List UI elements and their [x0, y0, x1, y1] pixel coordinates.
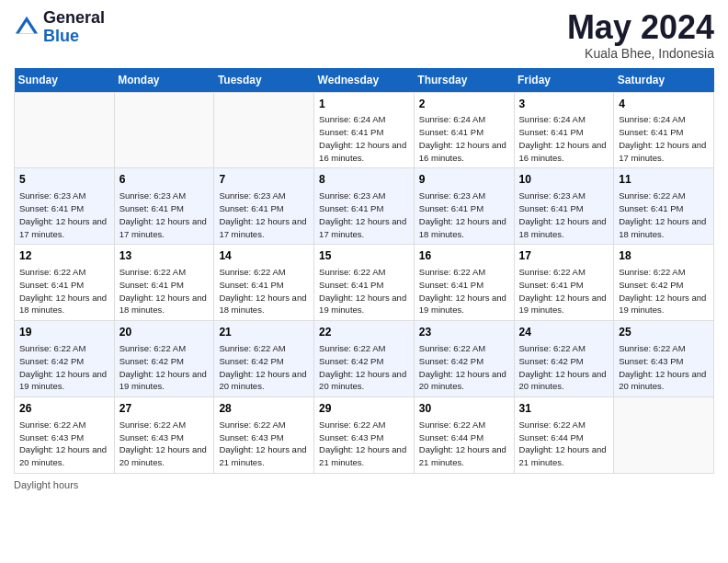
day-number: 1	[319, 97, 409, 112]
day-number: 25	[619, 325, 709, 340]
calendar-cell: 27Sunrise: 6:22 AM Sunset: 6:43 PM Dayli…	[114, 397, 214, 474]
day-info: Sunrise: 6:22 AM Sunset: 6:43 PM Dayligh…	[119, 419, 210, 469]
day-number: 24	[519, 325, 609, 340]
day-info: Sunrise: 6:22 AM Sunset: 6:42 PM Dayligh…	[219, 342, 309, 393]
calendar-cell: 28Sunrise: 6:22 AM Sunset: 6:43 PM Dayli…	[214, 397, 314, 474]
day-info: Sunrise: 6:23 AM Sunset: 6:41 PM Dayligh…	[319, 190, 409, 240]
month-title: May 2024	[567, 9, 714, 46]
day-info: Sunrise: 6:23 AM Sunset: 6:41 PM Dayligh…	[519, 190, 609, 240]
calendar-cell: 15Sunrise: 6:22 AM Sunset: 6:41 PM Dayli…	[314, 245, 415, 321]
calendar-week-row: 19Sunrise: 6:22 AM Sunset: 6:42 PM Dayli…	[15, 321, 714, 397]
day-info: Sunrise: 6:22 AM Sunset: 6:42 PM Dayligh…	[619, 266, 709, 316]
calendar-cell: 19Sunrise: 6:22 AM Sunset: 6:42 PM Dayli…	[15, 321, 115, 397]
day-number: 27	[119, 401, 210, 417]
day-number: 6	[119, 172, 210, 188]
day-info: Sunrise: 6:22 AM Sunset: 6:42 PM Dayligh…	[419, 342, 509, 393]
calendar-cell: 6Sunrise: 6:23 AM Sunset: 6:41 PM Daylig…	[114, 168, 214, 245]
calendar-cell: 21Sunrise: 6:22 AM Sunset: 6:42 PM Dayli…	[214, 321, 314, 397]
day-info: Sunrise: 6:22 AM Sunset: 6:42 PM Dayligh…	[119, 342, 210, 393]
calendar-cell: 24Sunrise: 6:22 AM Sunset: 6:42 PM Dayli…	[514, 321, 614, 397]
day-number: 10	[519, 172, 609, 188]
day-number: 12	[19, 248, 109, 264]
calendar-cell: 9Sunrise: 6:23 AM Sunset: 6:41 PM Daylig…	[414, 168, 514, 245]
calendar-cell: 30Sunrise: 6:22 AM Sunset: 6:44 PM Dayli…	[414, 397, 514, 474]
calendar-cell: 12Sunrise: 6:22 AM Sunset: 6:41 PM Dayli…	[15, 245, 115, 321]
calendar-cell: 22Sunrise: 6:22 AM Sunset: 6:42 PM Dayli…	[314, 321, 415, 397]
calendar-week-row: 12Sunrise: 6:22 AM Sunset: 6:41 PM Dayli…	[15, 245, 714, 321]
page: General Blue May 2024 Kuala Bhee, Indone…	[0, 0, 728, 563]
calendar-week-row: 5Sunrise: 6:23 AM Sunset: 6:41 PM Daylig…	[15, 168, 714, 245]
day-number: 15	[319, 248, 409, 264]
day-number: 9	[419, 172, 509, 188]
calendar-cell: 18Sunrise: 6:22 AM Sunset: 6:42 PM Dayli…	[614, 245, 714, 321]
calendar-week-row: 1Sunrise: 6:24 AM Sunset: 6:41 PM Daylig…	[15, 92, 714, 168]
day-info: Sunrise: 6:24 AM Sunset: 6:41 PM Dayligh…	[619, 113, 709, 164]
day-number: 3	[519, 97, 609, 112]
day-info: Sunrise: 6:23 AM Sunset: 6:41 PM Dayligh…	[119, 190, 210, 240]
calendar-cell: 13Sunrise: 6:22 AM Sunset: 6:41 PM Dayli…	[114, 245, 214, 321]
calendar-table: SundayMondayTuesdayWednesdayThursdayFrid…	[14, 68, 714, 474]
calendar-day-header: Saturday	[614, 68, 714, 93]
logo: General Blue	[14, 9, 105, 46]
day-info: Sunrise: 6:22 AM Sunset: 6:41 PM Dayligh…	[319, 266, 409, 316]
calendar-cell: 5Sunrise: 6:23 AM Sunset: 6:41 PM Daylig…	[15, 168, 115, 245]
calendar-cell: 26Sunrise: 6:22 AM Sunset: 6:43 PM Dayli…	[15, 397, 115, 474]
day-info: Sunrise: 6:22 AM Sunset: 6:41 PM Dayligh…	[19, 266, 109, 316]
title-area: May 2024 Kuala Bhee, Indonesia	[567, 9, 714, 61]
day-number: 28	[219, 401, 309, 417]
calendar-day-header: Monday	[114, 68, 214, 93]
calendar-day-header: Wednesday	[314, 68, 415, 93]
calendar-cell: 1Sunrise: 6:24 AM Sunset: 6:41 PM Daylig…	[314, 92, 415, 168]
calendar-header-row: SundayMondayTuesdayWednesdayThursdayFrid…	[15, 68, 714, 93]
footer: Daylight hours	[14, 479, 714, 490]
day-info: Sunrise: 6:24 AM Sunset: 6:41 PM Dayligh…	[319, 113, 409, 164]
calendar-cell: 8Sunrise: 6:23 AM Sunset: 6:41 PM Daylig…	[314, 168, 415, 245]
day-number: 21	[219, 325, 309, 340]
day-number: 8	[319, 172, 409, 188]
calendar-cell: 29Sunrise: 6:22 AM Sunset: 6:43 PM Dayli…	[314, 397, 415, 474]
calendar-day-header: Tuesday	[214, 68, 314, 93]
calendar-cell	[114, 92, 214, 168]
day-number: 5	[19, 172, 109, 188]
location: Kuala Bhee, Indonesia	[567, 46, 714, 61]
calendar-cell: 17Sunrise: 6:22 AM Sunset: 6:41 PM Dayli…	[514, 245, 614, 321]
day-info: Sunrise: 6:24 AM Sunset: 6:41 PM Dayligh…	[419, 113, 509, 164]
logo-blue: Blue	[43, 28, 105, 46]
calendar-cell	[214, 92, 314, 168]
day-info: Sunrise: 6:22 AM Sunset: 6:41 PM Dayligh…	[619, 190, 709, 240]
day-number: 29	[319, 401, 409, 417]
day-number: 17	[519, 248, 609, 264]
logo-icon	[14, 15, 40, 40]
day-number: 31	[519, 401, 609, 417]
day-number: 7	[219, 172, 309, 188]
logo-text: General Blue	[43, 9, 105, 46]
day-number: 18	[619, 248, 709, 264]
day-number: 23	[419, 325, 509, 340]
day-number: 13	[119, 248, 210, 264]
calendar-cell	[15, 92, 115, 168]
calendar-cell: 23Sunrise: 6:22 AM Sunset: 6:42 PM Dayli…	[414, 321, 514, 397]
day-number: 16	[419, 248, 509, 264]
day-number: 14	[219, 248, 309, 264]
day-info: Sunrise: 6:23 AM Sunset: 6:41 PM Dayligh…	[419, 190, 509, 240]
day-info: Sunrise: 6:22 AM Sunset: 6:42 PM Dayligh…	[519, 342, 609, 393]
day-number: 26	[19, 401, 109, 417]
calendar-cell	[614, 397, 714, 474]
calendar-day-header: Sunday	[15, 68, 115, 93]
day-number: 2	[419, 97, 509, 112]
day-info: Sunrise: 6:22 AM Sunset: 6:41 PM Dayligh…	[219, 266, 309, 316]
day-number: 4	[619, 97, 709, 112]
day-info: Sunrise: 6:22 AM Sunset: 6:44 PM Dayligh…	[419, 419, 509, 469]
day-info: Sunrise: 6:22 AM Sunset: 6:41 PM Dayligh…	[119, 266, 210, 316]
day-number: 11	[619, 172, 709, 188]
daylight-hours-label: Daylight hours	[14, 479, 78, 490]
day-info: Sunrise: 6:23 AM Sunset: 6:41 PM Dayligh…	[219, 190, 309, 240]
day-info: Sunrise: 6:22 AM Sunset: 6:43 PM Dayligh…	[219, 419, 309, 469]
day-info: Sunrise: 6:23 AM Sunset: 6:41 PM Dayligh…	[19, 190, 109, 240]
calendar-cell: 11Sunrise: 6:22 AM Sunset: 6:41 PM Dayli…	[614, 168, 714, 245]
logo-general: General	[43, 9, 105, 28]
calendar-cell: 4Sunrise: 6:24 AM Sunset: 6:41 PM Daylig…	[614, 92, 714, 168]
calendar-cell: 2Sunrise: 6:24 AM Sunset: 6:41 PM Daylig…	[414, 92, 514, 168]
day-info: Sunrise: 6:22 AM Sunset: 6:42 PM Dayligh…	[19, 342, 109, 393]
day-info: Sunrise: 6:22 AM Sunset: 6:44 PM Dayligh…	[519, 419, 609, 469]
